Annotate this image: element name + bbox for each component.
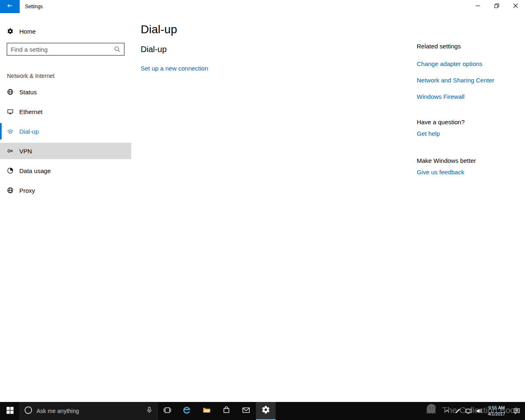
search-icon[interactable]: [114, 46, 121, 52]
sidebar-item-ethernet[interactable]: Ethernet: [0, 103, 131, 120]
make-windows-better-heading: Make Windows better: [417, 157, 519, 164]
action-center-button[interactable]: [509, 402, 525, 420]
related-settings-column: Related settings Change adapter options …: [417, 13, 519, 176]
shopping-bag-icon: [222, 406, 231, 416]
gear-icon: [261, 405, 270, 416]
minimize-icon: [475, 2, 481, 11]
give-us-feedback-link[interactable]: Give us feedback: [417, 169, 519, 176]
settings-app-button[interactable]: [256, 402, 276, 420]
settings-window: Settings Home Network & In: [0, 0, 525, 420]
taskbar-clock[interactable]: 9:55 AM 4/1/2017: [484, 402, 509, 420]
start-button[interactable]: [0, 402, 20, 420]
sidebar-item-label: Dial-up: [19, 128, 39, 135]
close-icon: [512, 2, 519, 11]
back-button[interactable]: [0, 0, 20, 13]
hidden-icons-chevron[interactable]: [442, 402, 452, 420]
titlebar: Settings: [0, 0, 525, 13]
sidebar-item-label: Ethernet: [19, 108, 43, 115]
network-sharing-center-link[interactable]: Network and Sharing Center: [417, 77, 519, 84]
sidebar-item-vpn[interactable]: VPN: [0, 143, 131, 159]
sidebar-item-label: Proxy: [19, 187, 35, 194]
sidebar-item-label: Status: [19, 89, 37, 96]
sidebar-item-label: Data usage: [19, 167, 51, 174]
setup-new-connection-link[interactable]: Set up a new connection: [141, 65, 208, 72]
dialup-phone-icon: [7, 128, 14, 135]
sidebar-item-status[interactable]: Status: [0, 84, 131, 100]
globe-icon: [7, 187, 14, 194]
task-view-button[interactable]: [158, 402, 177, 420]
taskbar: Ask me anything: [0, 402, 525, 420]
minimize-button[interactable]: [468, 0, 487, 13]
related-settings-heading: Related settings: [417, 43, 519, 50]
cortana-icon: [24, 406, 32, 416]
get-help-link[interactable]: Get help: [417, 130, 519, 137]
section-heading: Dial-up: [141, 44, 208, 54]
store-button[interactable]: [217, 402, 236, 420]
sidebar-item-dialup[interactable]: Dial-up: [0, 123, 131, 139]
window-title: Settings: [20, 4, 43, 9]
sidebar-home-label: Home: [19, 28, 36, 35]
find-setting-input[interactable]: [7, 46, 114, 53]
sidebar-item-label: VPN: [19, 148, 32, 155]
gear-icon: [7, 28, 14, 34]
restore-icon: [493, 2, 500, 11]
taskbar-search-placeholder: Ask me anything: [37, 408, 142, 414]
restore-button[interactable]: [487, 0, 506, 13]
selected-accent-bar: [0, 123, 2, 139]
volume-icon[interactable]: [474, 402, 484, 420]
close-button[interactable]: [506, 0, 525, 13]
main-content: Dial-up Dial-up Set up a new connection: [141, 13, 208, 72]
vpn-plug-icon: [7, 148, 14, 154]
sidebar-item-data-usage[interactable]: Data usage: [0, 162, 131, 179]
windows-firewall-link[interactable]: Windows Firewall: [417, 93, 519, 100]
microphone-icon[interactable]: [146, 406, 153, 415]
system-tray: 9:55 AM 4/1/2017: [442, 402, 525, 420]
task-view-icon: [163, 406, 171, 416]
cortana-search-box[interactable]: Ask me anything: [20, 402, 158, 420]
change-adapter-options-link[interactable]: Change adapter options: [417, 60, 519, 68]
have-a-question-heading: Have a question?: [417, 119, 519, 126]
window-controls: [468, 0, 525, 13]
clock-date: 4/1/2017: [488, 411, 505, 417]
sidebar-nav: Status Ethernet Dial-up: [0, 84, 131, 199]
folder-icon: [203, 406, 211, 416]
file-explorer-button[interactable]: [197, 402, 217, 420]
globe-icon: [7, 89, 14, 95]
ethernet-icon: [7, 108, 14, 115]
edge-icon: [183, 406, 192, 416]
windows-logo-icon: [7, 407, 14, 415]
mail-button[interactable]: [236, 402, 256, 420]
envelope-icon: [242, 406, 250, 416]
sidebar: Home Network & Internet Status: [0, 13, 131, 402]
sidebar-section-label: Network & Internet: [7, 73, 131, 79]
pen-icon[interactable]: [452, 402, 463, 420]
page-title: Dial-up: [141, 22, 208, 37]
sidebar-item-home[interactable]: Home: [0, 23, 131, 39]
sidebar-item-proxy[interactable]: Proxy: [0, 182, 131, 199]
pie-chart-icon: [7, 167, 14, 174]
find-setting-search: [7, 43, 125, 56]
clock-time: 9:55 AM: [488, 405, 505, 411]
edge-browser-button[interactable]: [177, 402, 197, 420]
back-arrow-icon: [7, 2, 13, 11]
network-icon[interactable]: [463, 402, 474, 420]
